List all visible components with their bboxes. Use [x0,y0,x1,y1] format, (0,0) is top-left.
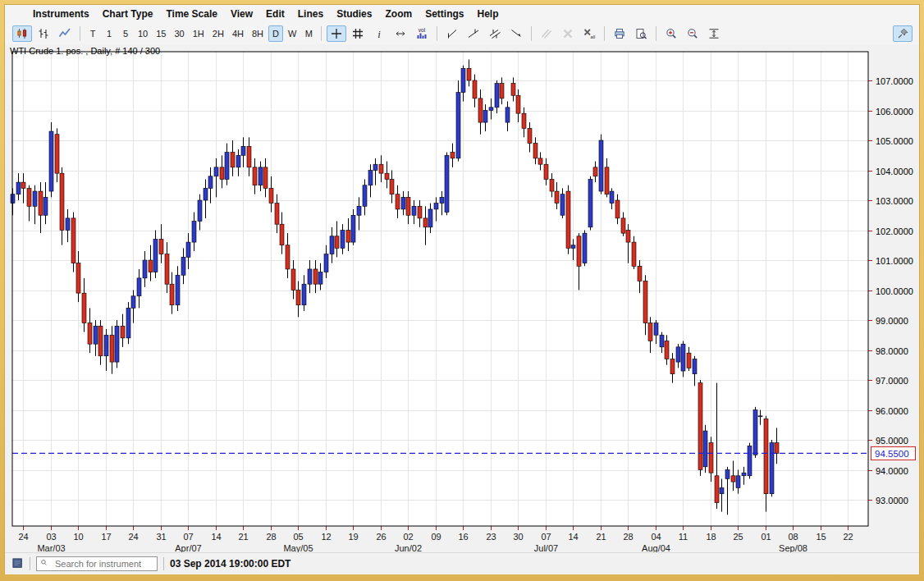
parallel-lines-button[interactable] [537,25,556,42]
timeframe-1m-button[interactable]: 1 [102,25,117,42]
toolbar-separator [80,26,80,41]
svg-text:26: 26 [376,532,386,542]
delete-line-button[interactable] [558,25,578,42]
candlestick-chart[interactable]: 93.000094.000095.000096.000097.000098.00… [5,44,921,552]
delete-all-icon: all [583,27,596,40]
svg-text:Apr/07: Apr/07 [175,543,201,552]
svg-text:07: 07 [541,532,551,542]
zoom-out-icon [686,27,699,40]
print-preview-button[interactable] [631,25,651,42]
menu-help[interactable]: Help [470,7,505,21]
svg-text:97.0000: 97.0000 [876,376,908,386]
timeframe-5m-button[interactable]: 5 [118,25,133,42]
statusbar-separator [30,557,30,570]
chart-window: InstrumentsChart TypeTime ScaleViewEditL… [4,4,920,574]
svg-text:107.0000: 107.0000 [876,76,913,86]
svg-text:Aug/04: Aug/04 [642,543,670,552]
menu-chart-type[interactable]: Chart Type [96,7,160,21]
svg-text:103.0000: 103.0000 [876,196,913,206]
trendline-button[interactable] [442,25,462,42]
search-icon [40,559,50,569]
status-bar: 03 Sep 2014 19:00:00 EDT [5,552,919,574]
menu-bar: InstrumentsChart TypeTime ScaleViewEditL… [5,5,919,23]
menu-lines[interactable]: Lines [291,7,330,21]
svg-text:vol: vol [419,27,426,33]
line-chart-button[interactable] [55,25,75,42]
timeframe-10m-button[interactable]: 10 [135,25,151,42]
svg-text:93.0000: 93.0000 [876,496,908,506]
svg-text:95.0000: 95.0000 [876,436,908,446]
extended-line-button[interactable] [464,25,483,42]
svg-text:02: 02 [403,532,413,542]
parallel-channel-button[interactable] [485,25,505,42]
menu-studies[interactable]: Studies [330,7,378,21]
svg-text:01: 01 [761,532,771,542]
timeframe-15m-button[interactable]: 15 [153,25,169,42]
svg-text:all: all [591,34,596,39]
svg-text:94.5500: 94.5500 [875,449,909,459]
chart-plot[interactable]: 93.000094.000095.000096.000097.000098.00… [11,52,916,552]
expand-horizontal-button[interactable] [391,25,410,42]
timeframe-2h-button[interactable]: 2H [209,25,227,42]
pin-panel-button[interactable] [893,25,913,42]
timeframe-tick-button[interactable]: T [85,25,100,42]
ray-icon [510,27,523,40]
ohlc-bars-button[interactable] [34,25,53,42]
delete-all-lines-button[interactable]: all [579,25,599,42]
menu-settings[interactable]: Settings [419,7,470,21]
svg-text:105.0000: 105.0000 [876,136,913,146]
timeframe-weekly-button[interactable]: W [285,25,300,42]
pin-icon [896,27,909,40]
menu-zoom[interactable]: Zoom [378,7,419,21]
svg-text:Jun/02: Jun/02 [395,543,422,552]
volume-button[interactable]: vol [412,25,432,42]
menu-view[interactable]: View [224,7,259,21]
line-chart-icon [58,27,71,40]
parallel-lines-icon [540,27,553,40]
search-input[interactable] [53,558,153,570]
timeframe-4h-button[interactable]: 4H [229,25,247,42]
timeframe-1h-button[interactable]: 1H [190,25,208,42]
svg-text:10: 10 [73,532,83,542]
toolbar-separator [604,26,605,41]
last-bar-timestamp: 03 Sep 2014 19:00:00 EDT [170,558,290,570]
menu-time-scale[interactable]: Time Scale [159,7,223,21]
info-button[interactable]: i [369,25,389,42]
svg-text:28: 28 [266,532,276,542]
zoom-in-button[interactable] [661,25,681,42]
menu-instruments[interactable]: Instruments [26,7,96,21]
timeframe-daily-button[interactable]: D [268,25,283,42]
candlestick-chart-button[interactable] [12,25,32,42]
statusbar-separator [163,557,164,570]
ohlc-bars-icon [37,27,50,40]
zoom-out-button[interactable] [683,25,702,42]
extended-line-icon [467,27,480,40]
svg-text:98.0000: 98.0000 [876,346,908,356]
svg-text:18: 18 [706,532,716,542]
search-box[interactable] [36,556,158,571]
chart-area[interactable]: WTI Crude 1. pos. , Daily, # 140 / 300 9… [5,44,919,552]
grid-button[interactable] [348,25,368,42]
svg-text:17: 17 [101,532,111,542]
crosshair-button[interactable] [327,25,346,42]
ray-button[interactable] [506,25,526,42]
toolbar-separator [531,26,532,41]
zoom-in-icon [665,27,678,40]
svg-text:19: 19 [348,532,358,542]
svg-text:03: 03 [46,532,56,542]
timeframe-monthly-button[interactable]: M [301,25,316,42]
menu-edit[interactable]: Edit [259,7,291,21]
fit-vertical-button[interactable] [704,25,724,42]
svg-text:21: 21 [596,532,606,542]
svg-text:Mar/03: Mar/03 [37,543,65,552]
svg-text:100.0000: 100.0000 [876,286,913,296]
timeframe-8h-button[interactable]: 8H [249,25,267,42]
print-button[interactable] [610,25,629,42]
svg-text:24: 24 [128,532,138,542]
svg-text:28: 28 [623,532,633,542]
instrument-list-icon[interactable] [12,558,24,570]
toolbar: T151015301H2H4H8HDWMivolall [5,23,919,44]
svg-text:04: 04 [651,532,661,542]
svg-text:14: 14 [568,532,578,542]
timeframe-30m-button[interactable]: 30 [172,25,188,42]
